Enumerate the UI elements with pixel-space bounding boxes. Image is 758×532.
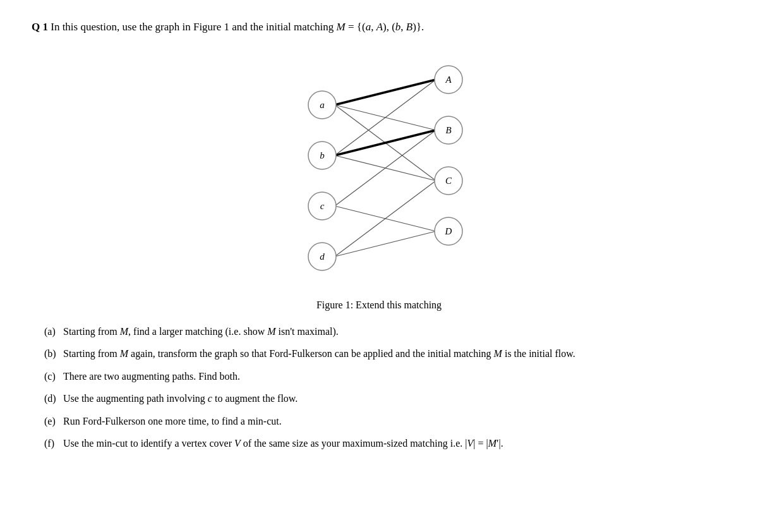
- part-e-text: Run Ford-Fulkerson one more time, to fin…: [63, 413, 726, 430]
- part-b-text: Starting from M again, transform the gra…: [63, 346, 726, 362]
- svg-text:a: a: [320, 100, 325, 110]
- part-e-label: (e): [44, 413, 63, 430]
- part-c-label: (c): [44, 368, 63, 385]
- svg-line-8: [335, 80, 436, 105]
- svg-line-6: [335, 181, 436, 257]
- svg-line-2: [335, 80, 436, 155]
- part-a-label: (a): [44, 323, 63, 340]
- svg-line-4: [335, 130, 436, 206]
- graph-svg: a b c d A B C D: [215, 48, 543, 294]
- parts-list: (a) Starting from M, find a larger match…: [32, 323, 726, 452]
- part-f: (f) Use the min-cut to identify a vertex…: [44, 435, 726, 452]
- q-text: In this question, use the graph in Figur…: [51, 21, 424, 33]
- part-b-label: (b): [44, 346, 63, 362]
- part-f-label: (f): [44, 435, 63, 452]
- svg-text:c: c: [320, 201, 325, 211]
- part-a-text: Starting from M, find a larger matching …: [63, 323, 726, 340]
- svg-line-9: [335, 130, 436, 155]
- svg-text:b: b: [320, 150, 325, 160]
- question-header: Q 1 In this question, use the graph in F…: [32, 19, 726, 35]
- part-d-label: (d): [44, 390, 63, 407]
- part-d-text: Use the augmenting path involving c to a…: [63, 390, 726, 407]
- figure-container: a b c d A B C D Figure 1: Extend this ma…: [32, 48, 726, 311]
- part-a: (a) Starting from M, find a larger match…: [44, 323, 726, 340]
- part-e: (e) Run Ford-Fulkerson one more time, to…: [44, 413, 726, 430]
- figure-caption: Figure 1: Extend this matching: [316, 299, 442, 311]
- part-f-text: Use the min-cut to identify a vertex cov…: [63, 435, 726, 452]
- svg-text:C: C: [445, 176, 452, 186]
- svg-text:B: B: [445, 125, 451, 135]
- svg-text:d: d: [320, 251, 325, 262]
- svg-text:A: A: [445, 75, 452, 85]
- q-label: Q 1: [32, 21, 48, 33]
- part-c-text: There are two augmenting paths. Find bot…: [63, 368, 726, 385]
- part-d: (d) Use the augmenting path involving c …: [44, 390, 726, 407]
- part-c: (c) There are two augmenting paths. Find…: [44, 368, 726, 385]
- svg-line-7: [335, 231, 436, 257]
- svg-text:D: D: [445, 226, 452, 236]
- part-b: (b) Starting from M again, transform the…: [44, 346, 726, 362]
